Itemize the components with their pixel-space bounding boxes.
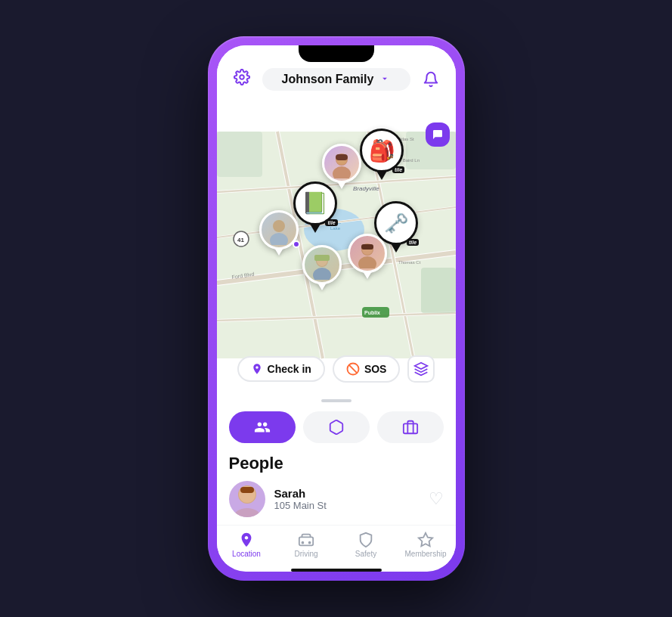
family-selector[interactable]: Johnson Family (262, 68, 410, 91)
avatar-son (302, 245, 342, 284)
svg-point-58 (309, 542, 311, 544)
svg-marker-59 (419, 533, 432, 546)
svg-point-37 (358, 256, 376, 268)
svg-point-0 (240, 75, 244, 79)
people-tab[interactable] (229, 411, 296, 443)
tile-label-book: tile (325, 219, 337, 226)
phone-screen: Johnson Family Todds Lake (217, 45, 456, 572)
action-buttons: Check in SOS (217, 355, 456, 383)
svg-point-52 (234, 508, 261, 517)
keys-pin-tail (391, 243, 401, 253)
bottom-navigation: Location Driving Safety Membership (217, 525, 456, 566)
sos-button[interactable]: SOS (333, 355, 401, 383)
sarah-avatar (229, 481, 265, 517)
settings-button[interactable] (229, 67, 255, 92)
person-pin-son[interactable] (302, 245, 342, 290)
nav-item-driving[interactable]: Driving (277, 532, 336, 558)
membership-nav-icon (417, 532, 434, 548)
layers-button[interactable] (407, 355, 435, 383)
person-pin-dad[interactable] (259, 210, 299, 256)
phone-frame: Johnson Family Todds Lake (208, 36, 465, 581)
sarah-name: Sarah (274, 487, 420, 500)
people-icon (254, 419, 271, 436)
notch (299, 45, 374, 62)
svg-rect-32 (336, 154, 348, 160)
family-name: Johnson Family (282, 73, 374, 86)
gear-icon (234, 69, 250, 90)
message-button[interactable] (426, 122, 450, 147)
location-nav-label: Location (232, 550, 261, 558)
places-tab[interactable] (377, 411, 444, 443)
driving-nav-label: Driving (294, 550, 317, 558)
sarah-info: Sarah 105 Main St (274, 487, 420, 511)
svg-rect-23 (217, 132, 262, 177)
chevron-down-icon (379, 73, 390, 86)
drag-handle (321, 399, 351, 402)
pin-tail-son (317, 283, 327, 290)
sos-label: SOS (364, 363, 387, 375)
svg-point-30 (333, 166, 351, 178)
svg-text:Thomas Ct: Thomas Ct (398, 260, 421, 265)
avatar-daughter (348, 234, 387, 273)
favorite-heart-icon[interactable]: ♡ (429, 489, 444, 509)
map-container[interactable]: Todds Lake Ford Blvd Thomas Ct (217, 100, 456, 390)
tile-label-backpack: tile (392, 166, 404, 173)
tile-icon (328, 419, 345, 436)
tile-tab[interactable] (303, 411, 370, 443)
membership-nav-label: Membership (404, 550, 446, 558)
pin-tail-1 (337, 181, 346, 189)
tile-pin-book[interactable]: 📗 tile (293, 181, 337, 233)
svg-rect-43 (314, 255, 330, 261)
backpack-bubble: 🎒 tile (360, 129, 404, 172)
notifications-button[interactable] (418, 67, 444, 92)
avatar-1 (322, 144, 361, 183)
svg-rect-25 (421, 268, 456, 313)
safety-nav-label: Safety (355, 550, 376, 558)
building-icon (402, 419, 419, 436)
nav-item-safety[interactable]: Safety (336, 532, 396, 558)
person-pin-1[interactable] (322, 144, 361, 189)
svg-line-45 (349, 365, 358, 374)
message-icon (432, 129, 444, 141)
sos-icon (346, 362, 360, 376)
pin-tail-daughter (363, 271, 372, 279)
svg-point-34 (270, 233, 288, 245)
layers-icon (413, 361, 429, 377)
sarah-address: 105 Main St (274, 500, 420, 511)
checkin-icon (251, 363, 263, 375)
location-nav-icon (238, 532, 255, 548)
person-pin-daughter[interactable] (348, 234, 387, 279)
svg-text:41: 41 (237, 237, 244, 243)
svg-point-41 (313, 268, 331, 280)
bell-icon (423, 71, 439, 88)
svg-point-35 (274, 221, 284, 231)
pin-tail-dad (274, 248, 283, 256)
safety-nav-icon (358, 532, 374, 548)
tab-row (229, 411, 444, 443)
check-in-button[interactable]: Check in (237, 356, 325, 382)
svg-rect-39 (361, 244, 373, 250)
tile-pin-backpack[interactable]: 🎒 tile (360, 129, 404, 180)
person-list-item[interactable]: Sarah 105 Main St ♡ (229, 481, 444, 525)
svg-text:Publix: Publix (364, 310, 380, 315)
nav-item-membership[interactable]: Membership (396, 532, 456, 558)
svg-marker-46 (415, 363, 428, 369)
nav-item-location[interactable]: Location (217, 532, 277, 558)
bottom-panel: People Sarah 105 Main St ♡ (217, 390, 456, 525)
svg-rect-56 (299, 537, 313, 545)
backpack-pin-tail (376, 171, 387, 180)
section-title: People (229, 454, 444, 473)
tile-label-keys: tile (407, 239, 419, 246)
svg-rect-47 (403, 423, 417, 433)
svg-point-57 (302, 542, 304, 544)
svg-rect-55 (240, 487, 254, 493)
home-indicator (291, 569, 382, 572)
check-in-label: Check in (268, 363, 311, 375)
driving-nav-icon (298, 532, 314, 548)
